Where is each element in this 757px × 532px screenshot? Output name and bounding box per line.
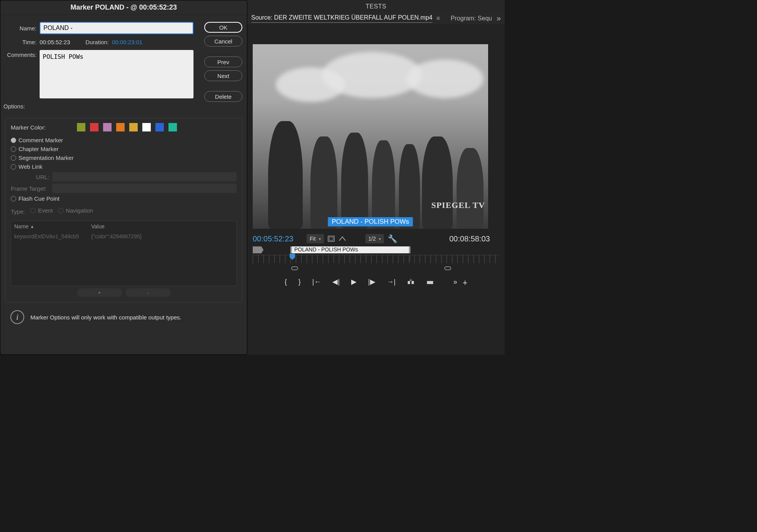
- remove-cue-button[interactable]: -: [125, 288, 171, 297]
- marker-strip[interactable]: POLAND - POLISH POWs: [253, 246, 499, 254]
- settings-icon[interactable]: 🔧: [388, 234, 397, 243]
- col-value-header[interactable]: Value: [91, 223, 233, 229]
- overwrite-button[interactable]: [426, 279, 434, 285]
- expand-icon[interactable]: »: [497, 14, 501, 23]
- svg-rect-1: [329, 237, 333, 240]
- mark-out-button[interactable]: }: [298, 278, 301, 286]
- playhead-icon[interactable]: [290, 254, 295, 260]
- duration-value[interactable]: 00:00:23:01: [112, 39, 142, 45]
- url-input: [52, 172, 237, 181]
- go-to-in-button[interactable]: |←: [312, 278, 321, 286]
- radio-icon: [30, 208, 36, 213]
- safe-margins-icon[interactable]: [328, 236, 335, 242]
- transport-controls: { } |← ◀| ▶ |▶ →| » +: [247, 272, 505, 292]
- svg-rect-4: [427, 281, 433, 284]
- delete-button[interactable]: Delete: [204, 91, 242, 102]
- time-ruler[interactable]: [253, 255, 499, 263]
- table-row[interactable]: keywordExtDVAv1_549cb5 {"color":42949672…: [11, 232, 236, 241]
- cell-value: {"color":4294967295}: [91, 233, 233, 239]
- color-swatch[interactable]: [168, 123, 177, 131]
- marker-overlay: POLAND - POLISH POWs: [328, 217, 413, 226]
- source-tab[interactable]: Source: DER ZWEITE WELTKRIEG ÜBERFALL AU…: [251, 14, 432, 23]
- program-tab[interactable]: Program: Sequ: [451, 15, 492, 22]
- mark-in-button[interactable]: {: [285, 278, 287, 286]
- add-cue-button[interactable]: +: [77, 288, 122, 297]
- type-label: Type:: [11, 208, 25, 215]
- timecode-in[interactable]: 00:05:52:23: [253, 234, 303, 243]
- more-controls-icon[interactable]: »: [453, 278, 457, 286]
- radio-icon: [11, 146, 16, 152]
- go-to-out-button[interactable]: →|: [387, 278, 396, 286]
- radio-web-link[interactable]: Web Link: [11, 163, 237, 170]
- color-swatch[interactable]: [116, 123, 125, 131]
- info-text: Marker Options will only work with compa…: [30, 314, 182, 321]
- color-swatch[interactable]: [90, 123, 98, 131]
- panel-menu-icon[interactable]: ≡: [436, 15, 440, 22]
- clip-start-icon: [253, 246, 263, 253]
- marker-dialog: Marker POLAND - @ 00:05:52:23 Name: Time…: [0, 0, 247, 355]
- radio-navigation: Navigation: [58, 207, 93, 214]
- radio-icon: [11, 164, 16, 170]
- radio-comment-marker[interactable]: Comment Marker: [11, 137, 237, 143]
- out-point-icon: [410, 256, 410, 261]
- radio-segmentation-marker[interactable]: Segmentation Marker: [11, 155, 237, 161]
- time-label: Time:: [5, 39, 40, 45]
- col-name-header[interactable]: Name ▲: [14, 223, 91, 229]
- step-back-button[interactable]: ◀|: [332, 278, 340, 286]
- time-value: 00:05:52:23: [40, 39, 70, 45]
- resolution-select[interactable]: 1/2▾: [365, 234, 384, 243]
- radio-flash-cue[interactable]: Flash Cue Point: [11, 195, 237, 202]
- cancel-button[interactable]: Cancel: [204, 36, 242, 47]
- color-swatch[interactable]: [129, 123, 138, 131]
- timecode-out[interactable]: 00:08:58:03: [449, 234, 499, 243]
- sort-up-icon: ▲: [30, 224, 34, 229]
- color-swatch[interactable]: [103, 123, 112, 131]
- insert-button[interactable]: [407, 279, 415, 285]
- play-button[interactable]: ▶: [351, 278, 357, 286]
- radio-event: Event: [30, 207, 53, 214]
- svg-rect-3: [412, 281, 414, 284]
- color-swatch[interactable]: [77, 123, 85, 131]
- ok-button[interactable]: OK: [204, 22, 242, 33]
- options-label: Options:: [3, 103, 242, 110]
- cue-table: Name ▲ Value keywordExtDVAv1_549cb5 {"co…: [11, 221, 237, 286]
- dialog-title: Marker POLAND - @ 00:05:52:23: [0, 0, 247, 15]
- svg-rect-0: [328, 236, 334, 241]
- radio-icon: [11, 138, 16, 143]
- radio-label: Event: [38, 207, 53, 214]
- watermark: SPIEGEL TV: [431, 200, 485, 210]
- source-monitor-panel: TESTS Source: DER ZWEITE WELTKRIEG ÜBERF…: [247, 0, 505, 355]
- scrub-handle-right[interactable]: [444, 266, 451, 270]
- radio-chapter-marker[interactable]: Chapter Marker: [11, 146, 237, 152]
- radio-label: Flash Cue Point: [18, 195, 60, 202]
- frame-target-label: Frame Target:: [11, 185, 49, 192]
- marker-color-label: Marker Color:: [11, 124, 52, 131]
- radio-icon: [58, 208, 63, 213]
- scrub-handle-left[interactable]: [291, 266, 298, 270]
- radio-label: Segmentation Marker: [18, 155, 73, 161]
- radio-label: Comment Marker: [18, 137, 63, 143]
- scrub-bar[interactable]: [253, 265, 499, 272]
- comments-textarea[interactable]: POLISH POWs: [40, 50, 193, 98]
- step-forward-button[interactable]: |▶: [368, 278, 375, 286]
- prev-button[interactable]: Prev: [204, 57, 242, 67]
- radio-icon: [11, 155, 16, 161]
- name-label: Name:: [5, 25, 40, 32]
- radio-label: Chapter Marker: [18, 146, 58, 152]
- info-icon: i: [10, 310, 24, 324]
- zoom-select[interactable]: Fit▾: [307, 234, 324, 243]
- strip-marker[interactable]: POLAND - POLISH POWs: [290, 246, 410, 253]
- color-swatch[interactable]: [155, 123, 164, 131]
- snap-icon[interactable]: [338, 236, 346, 241]
- next-button[interactable]: Next: [204, 70, 242, 81]
- svg-rect-2: [408, 281, 410, 284]
- button-editor-icon[interactable]: +: [462, 278, 467, 288]
- color-swatch[interactable]: [142, 123, 151, 131]
- radio-icon: [11, 196, 16, 201]
- video-viewer[interactable]: SPIEGEL TV POLAND - POLISH POWs: [253, 44, 488, 229]
- radio-label: Web Link: [18, 163, 42, 170]
- url-label: URL:: [33, 174, 49, 180]
- tests-tab[interactable]: TESTS: [247, 0, 505, 12]
- radio-label: Navigation: [66, 207, 93, 214]
- name-input[interactable]: [40, 22, 193, 34]
